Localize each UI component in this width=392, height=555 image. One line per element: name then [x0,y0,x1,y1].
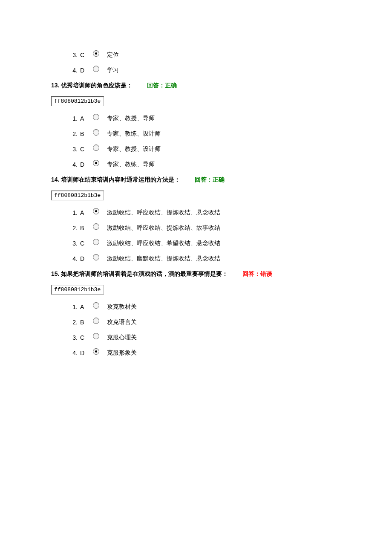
radio-icon[interactable] [93,208,99,214]
option-number: 3. [68,52,78,58]
radio-icon[interactable] [93,129,99,136]
option-row: 1. A 激励收结、呼应收结、提炼收结、悬念收结 [68,209,392,217]
option-text: 激励收结、幽默收结、提炼收结、悬念收结 [107,255,220,263]
option-row: 3. C 定位 [68,51,392,59]
question-text: 培训师在结束培训内容时通常运用的方法是： [61,176,180,183]
option-number: 3. [68,146,78,153]
answer-status: 回答：正确 [195,176,225,183]
code-input[interactable]: ff8080812b1b3e [51,96,104,106]
question-title: 14. 培训师在结束培训内容时通常运用的方法是： 回答：正确 [51,176,392,184]
option-letter: D [80,67,90,74]
answer-status: 回答：错误 [242,270,272,277]
option-text: 专家、教授、设计师 [107,145,161,153]
option-letter: D [80,350,90,356]
radio-icon[interactable] [93,223,99,230]
option-row: 4. D 学习 [68,66,392,74]
option-text: 学习 [107,66,119,74]
option-row: 1. A 攻克教材关 [68,303,392,311]
option-text: 攻克语言关 [107,318,137,326]
option-letter: C [80,334,90,341]
option-text: 激励收结、呼应收结、提炼收结、故事收结 [107,224,220,232]
option-letter: C [80,52,90,58]
question-number: 14. [51,176,59,183]
option-number: 3. [68,240,78,247]
option-text: 激励收结、呼应收结、提炼收结、悬念收结 [107,209,220,217]
option-text: 专家、教授、导师 [107,115,155,122]
options-container: 1. A 攻克教材关 2. B 攻克语言关 3. C 克服心理关 4. D 克服… [0,303,392,357]
option-letter: A [80,115,90,122]
option-text: 克服心理关 [107,334,137,341]
radio-icon[interactable] [93,302,99,309]
options-container: 1. A 激励收结、呼应收结、提炼收结、悬念收结 2. B 激励收结、呼应收结、… [0,209,392,263]
radio-icon[interactable] [93,348,99,355]
code-input[interactable]: ff8080812b1b3e [51,191,104,200]
code-input[interactable]: ff8080812b1b3e [51,285,104,295]
question-number: 13. [51,82,59,89]
radio-icon[interactable] [93,254,99,260]
option-row: 4. D 专家、教练、导师 [68,161,392,168]
option-number: 4. [68,255,78,262]
option-number: 1. [68,115,78,122]
option-letter: A [80,304,90,310]
option-letter: C [80,240,90,247]
option-text: 克服形象关 [107,349,137,357]
option-row: 3. C 激励收结、呼应收结、希望收结、悬念收结 [68,240,392,247]
option-row: 4. D 克服形象关 [68,349,392,357]
option-number: 4. [68,161,78,168]
radio-icon[interactable] [93,239,99,245]
radio-icon[interactable] [93,333,99,339]
option-text: 激励收结、呼应收结、希望收结、悬念收结 [107,240,220,247]
option-row: 2. B 激励收结、呼应收结、提炼收结、故事收结 [68,224,392,232]
option-letter: D [80,161,90,168]
radio-icon[interactable] [93,66,99,72]
question-text: 优秀培训师的角色应该是： [61,82,133,89]
option-row: 1. A 专家、教授、导师 [68,115,392,122]
option-row: 3. C 克服心理关 [68,334,392,341]
option-letter: A [80,209,90,216]
option-text: 攻克教材关 [107,303,137,311]
option-text: 专家、教练、设计师 [107,130,161,138]
radio-icon[interactable] [93,50,99,57]
question-text: 如果把培训师的培训看着是在演戏的话，演的最重要事情是要： [61,270,228,277]
option-number: 2. [68,319,78,326]
option-number: 3. [68,334,78,341]
question-number: 15. [51,270,59,277]
option-row: 2. B 专家、教练、设计师 [68,130,392,138]
option-letter: B [80,319,90,326]
option-number: 1. [68,209,78,216]
option-letter: D [80,255,90,262]
radio-icon[interactable] [93,318,99,324]
option-number: 1. [68,304,78,310]
question-title: 15. 如果把培训师的培训看着是在演戏的话，演的最重要事情是要： 回答：错误 [51,270,392,278]
page-content: 3. C 定位 4. D 学习 13. 优秀培训师的角色应该是： 回答：正确 f… [0,0,392,357]
radio-icon[interactable] [93,145,99,151]
option-letter: B [80,225,90,231]
option-number: 2. [68,130,78,137]
question-title: 13. 优秀培训师的角色应该是： 回答：正确 [51,82,392,90]
answer-status: 回答：正确 [147,82,177,89]
options-container: 1. A 专家、教授、导师 2. B 专家、教练、设计师 3. C 专家、教授、… [0,115,392,168]
option-letter: C [80,146,90,153]
option-letter: B [80,130,90,137]
option-number: 4. [68,67,78,74]
option-row: 3. C 专家、教授、设计师 [68,145,392,153]
option-number: 2. [68,225,78,231]
option-text: 专家、教练、导师 [107,161,155,168]
radio-icon[interactable] [93,114,99,120]
radio-icon[interactable] [93,160,99,166]
option-number: 4. [68,350,78,356]
option-row: 2. B 攻克语言关 [68,318,392,326]
option-row: 4. D 激励收结、幽默收结、提炼收结、悬念收结 [68,255,392,263]
option-text: 定位 [107,51,119,59]
